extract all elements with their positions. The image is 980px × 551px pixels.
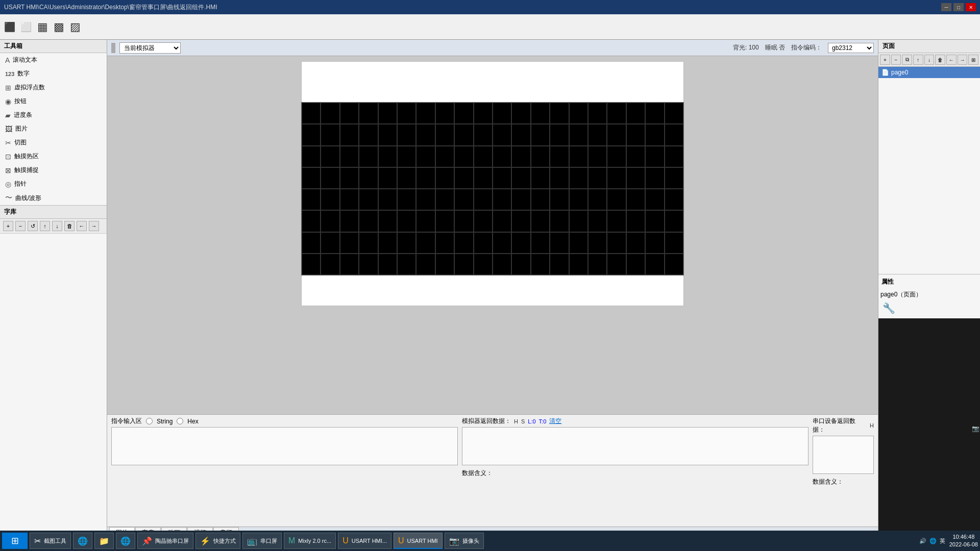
lib-delete-btn[interactable]: 🗑 [64,221,75,231]
grid-cell [588,146,607,167]
serial-return-textarea[interactable] [813,436,874,474]
network-icon[interactable]: 🌐 [929,538,937,544]
prop-settings-icon[interactable]: 🔧 [883,303,895,314]
grid-cell [397,167,416,189]
splitter-handle[interactable] [111,43,115,53]
taskbar-mixly[interactable]: M Mixly 2.0 rc... [284,533,336,549]
grid-cell [340,189,359,210]
tool-curve[interactable]: 〜 曲线/波形 [0,191,107,205]
string-radio[interactable] [146,418,153,424]
lib-up-btn[interactable]: ↑ [40,221,50,231]
taskbar-screenshot[interactable]: ✂ 截图工具 [30,533,71,549]
tool-touch-zone[interactable]: ⊡ 触摸热区 [0,149,107,163]
page-copy-btn[interactable]: ⧉ [902,55,912,65]
taskbar-browser[interactable]: 🌐 [73,533,92,549]
tool-number[interactable]: 123 数字 [0,67,107,81]
tool-touch-capture[interactable]: ⊠ 触摸捕捉 [0,163,107,177]
start-button[interactable]: ⊞ [2,533,28,549]
taskbar-shortcuts[interactable]: ⚡ 快捷方式 [195,533,240,549]
toolbar-icon-1[interactable]: ⬛ [2,18,17,36]
grid-cell [340,146,359,167]
sim-clear-link[interactable]: 清空 [549,417,561,425]
number-icon: 123 [5,71,14,77]
taskbar-serialscreen[interactable]: 📺 串口屏 [242,533,282,549]
sim-data-meaning: 数据含义： [462,469,808,478]
taskbar-camera[interactable]: 📷 摄像头 [445,533,484,549]
tool-button[interactable]: ◉ 按钮 [0,94,107,108]
lib-export-btn[interactable]: ← [77,221,87,231]
cmd-input-area: 指令输入区 String Hex [111,417,458,524]
tool-image[interactable]: 🖼 图片 [0,122,107,136]
usart2-label: USART HMI [407,538,438,544]
taskbar-browser2[interactable]: 🌐 [116,533,135,549]
grid-cell [569,254,588,275]
canvas-grid[interactable] [301,102,684,276]
toolbar-icon-2[interactable]: ⬜ [18,18,34,36]
grid-cell [340,232,359,254]
lib-remove-btn[interactable]: − [15,221,26,231]
grid-cell [416,167,435,189]
simulator-select[interactable]: 当前模拟器 [119,42,181,54]
left-panel: 工具箱 A 滚动文本 123 数字 ⊞ 虚拟浮点数 ◉ 按钮 ▰ 进度条 🖼 图… [0,40,107,539]
grid-cell [665,232,683,254]
volume-icon[interactable]: 🔊 [919,538,926,544]
page-down-btn[interactable]: ↓ [924,55,935,65]
cmd-encoding-select[interactable]: gb2312 [828,43,874,53]
sim-t0-label: T:0 [539,418,547,424]
sim-return-textarea[interactable] [462,427,808,465]
ime-icon[interactable]: 英 [940,537,945,545]
grid-cell [607,254,626,275]
minimize-button[interactable]: ─ [941,3,951,11]
grid-cell [416,210,435,232]
close-button[interactable]: ✕ [966,3,976,11]
grid-cell [493,167,511,189]
grid-cell [588,210,607,232]
string-radio-label: String [157,418,173,425]
page-add-btn[interactable]: + [880,55,890,65]
center-area: 当前模拟器 背光: 100 睡眠 否 指令编码： gb2312 [107,40,878,539]
toolbar-icon-3[interactable]: ▦ [35,18,50,36]
taskbar-taojingchi[interactable]: 📌 陶晶驰串口屏 [137,533,193,549]
page0-item[interactable]: 📄 page0 [878,67,980,78]
grid-cell [378,103,397,124]
grid-cell [531,189,550,210]
taskbar-usart-hmi1[interactable]: U USART HMI... [338,533,391,549]
toolbar-icon-5[interactable]: ▨ [67,18,83,36]
page-export-btn[interactable]: ← [946,55,957,65]
cmd-textarea[interactable] [111,427,458,465]
page-delete-btn[interactable]: 🗑 [935,55,945,65]
prop-page-value: page0（页面） [880,289,978,300]
toolbar-icon-4[interactable]: ▩ [51,18,66,36]
grid-cell [588,124,607,145]
lib-refresh-btn[interactable]: ↺ [28,221,38,231]
grid-cell [474,232,493,254]
grid-cell [359,210,378,232]
tool-virtual-float[interactable]: ⊞ 虚拟浮点数 [0,81,107,94]
tool-progress[interactable]: ▰ 进度条 [0,108,107,122]
taskbar-usart-hmi2[interactable]: U USART HMI [394,533,443,549]
grid-cell [321,124,339,145]
sim-h-label: H [514,418,518,424]
grid-cell [607,146,626,167]
page-import-btn[interactable]: → [958,55,968,65]
maximize-button[interactable]: □ [953,3,964,11]
grid-cell [321,189,339,210]
taskbar-clock[interactable]: 10:46:48 2022-06-08 [949,533,978,549]
tool-pointer[interactable]: ◎ 指针 [0,177,107,191]
hex-radio[interactable] [177,418,183,424]
grid-cell [588,189,607,210]
lib-import-btn[interactable]: → [89,221,99,231]
grid-cell [626,254,645,275]
page-remove-btn[interactable]: − [891,55,901,65]
tool-scrolltext[interactable]: A 滚动文本 [0,53,107,67]
progress-icon: ▰ [5,111,11,119]
page-up-btn[interactable]: ↑ [913,55,923,65]
page-expand-btn[interactable]: ⊞ [968,55,978,65]
backlight-label: 背光: 100 [733,43,759,52]
tool-crop[interactable]: ✂ 切图 [0,136,107,149]
taskbar-explorer[interactable]: 📁 [94,533,114,549]
lib-down-btn[interactable]: ↓ [52,221,62,231]
grid-cell [340,210,359,232]
cmd-label: 指令编码： [791,43,822,52]
lib-add-btn[interactable]: + [3,221,13,231]
